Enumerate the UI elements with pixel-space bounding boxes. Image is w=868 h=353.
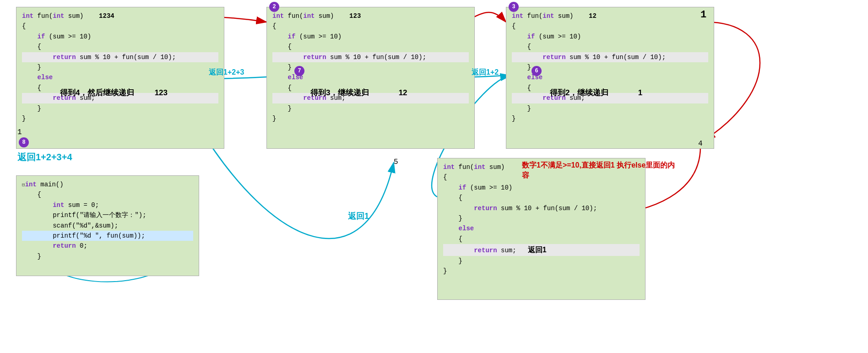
sum-value-2: 123 xyxy=(349,12,361,20)
code-line: printf("请输入一个数字："); xyxy=(22,210,193,220)
code-line: { xyxy=(22,21,218,31)
code-line: { xyxy=(443,193,640,203)
return-label-1234: 返回1+2+3+4 xyxy=(17,151,72,163)
code-line: else xyxy=(443,223,640,234)
code-line: if (sum >= 10) xyxy=(512,32,708,42)
code-line: scanf("%d",&sum); xyxy=(22,221,193,231)
code-line: return sum % 10 + fun(sum / 10); xyxy=(443,203,640,213)
code-line: return 0; xyxy=(22,241,193,251)
annotation-box1: 得到4，然后继续递归 123 xyxy=(60,87,168,98)
code-line: } xyxy=(22,62,218,72)
code-line: { xyxy=(272,42,469,52)
code-line: ⊟int main() xyxy=(22,179,193,190)
code-line: } xyxy=(22,114,218,124)
circle-2: 2 xyxy=(269,2,279,12)
code-line: { xyxy=(443,234,640,244)
code-line: else xyxy=(22,72,218,82)
circle-7: 7 xyxy=(294,66,304,76)
circle-4: 4 xyxy=(698,140,703,148)
code-line: } xyxy=(22,103,218,114)
return-1-label: 返回1 xyxy=(528,246,547,254)
return-label-12: 返回1+2 xyxy=(472,68,499,77)
return-label-123: 返回1+2+3 xyxy=(209,68,244,77)
return-label-1: 返回1 xyxy=(348,211,369,222)
sum-value-1: 1234 xyxy=(99,12,114,20)
code-line: { xyxy=(272,21,469,31)
code-line: } xyxy=(22,251,193,261)
code-line: return sum; 返回1 xyxy=(443,244,640,256)
code-line: printf("%d ", fun(sum)); xyxy=(22,231,193,241)
code-line: } xyxy=(443,256,640,266)
code-line: { xyxy=(22,42,218,52)
code-box-1: int fun(int sum) 1234 { if (sum >= 10) {… xyxy=(16,7,224,149)
code-box-3: int fun(int sum) 12 { if (sum >= 10) { r… xyxy=(506,7,714,149)
code-box-main: ⊟int main() { int sum = 0; printf("请输入一个… xyxy=(16,175,199,276)
num-1-label: 1 xyxy=(700,9,706,21)
code-line: } xyxy=(272,114,469,124)
code-line: return sum % 10 + fun(sum / 10); xyxy=(512,52,708,62)
code-line: } xyxy=(512,103,708,114)
note-box5: 数字1不满足>=10,直接返回1 执行else里面的内容 xyxy=(522,160,682,181)
code-line: } xyxy=(272,103,469,114)
circle-8: 8 xyxy=(19,137,29,147)
code-line: { xyxy=(512,42,708,52)
code-line: if (sum >= 10) xyxy=(443,183,640,193)
code-line: if (sum >= 10) xyxy=(22,32,218,42)
code-line: } xyxy=(443,266,640,276)
circle-6: 6 xyxy=(532,66,542,76)
code-line: return sum % 10 + fun(sum / 10); xyxy=(272,52,469,62)
code-line: int fun(int sum) 12 xyxy=(512,11,708,21)
circle-1: 1 xyxy=(17,128,22,136)
code-line: } xyxy=(512,114,708,124)
code-box-2: int fun(int sum) 123 { if (sum >= 10) { … xyxy=(266,7,475,149)
code-line: } xyxy=(443,213,640,223)
code-line: int sum = 0; xyxy=(22,200,193,210)
code-line: else xyxy=(512,72,708,82)
circle-3: 3 xyxy=(509,2,519,12)
code-line: int fun(int sum) 123 xyxy=(272,11,469,21)
code-line: return sum % 10 + fun(sum / 10); xyxy=(22,52,218,62)
annotation-box3: 得到2，继续递归 1 xyxy=(550,87,642,98)
code-line: if (sum >= 10) xyxy=(272,32,469,42)
sum-value-3: 12 xyxy=(589,12,597,20)
circle-5: 5 xyxy=(394,158,398,166)
code-line: int fun(int sum) 1234 xyxy=(22,11,218,21)
code-line: { xyxy=(512,21,708,31)
annotation-box2: 得到3，继续递归 12 xyxy=(310,87,407,98)
code-line: { xyxy=(22,190,193,200)
